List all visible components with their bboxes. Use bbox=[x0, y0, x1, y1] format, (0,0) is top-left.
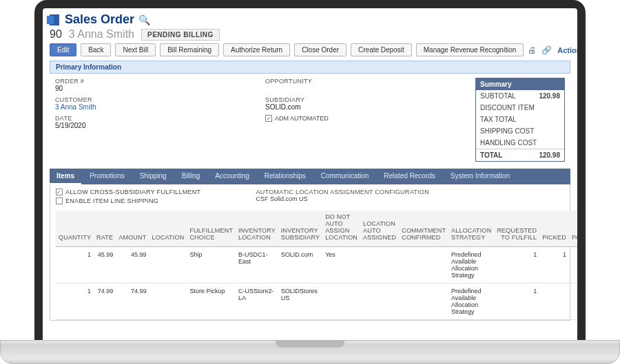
actions-menu[interactable]: Actions ▾ bbox=[557, 45, 577, 54]
col-location: LOCATION bbox=[149, 211, 187, 247]
authorize-return-button[interactable]: Authorize Return bbox=[223, 43, 290, 56]
col-quantity: QUANTITY bbox=[56, 211, 94, 247]
order-label: ORDER # bbox=[55, 78, 251, 85]
summary-title: Summary bbox=[476, 78, 564, 90]
page-title: Sales Order bbox=[65, 12, 134, 27]
col-fulfill-choice: FULFILLMENT CHOICE bbox=[187, 211, 236, 247]
adm-automated-checkbox[interactable]: ✓ bbox=[265, 115, 272, 122]
col-commit: COMMITMENT CONFIRMED bbox=[399, 211, 448, 247]
table-row[interactable]: 174.9974.99Store PickupC-USStore2-LASOLI… bbox=[56, 283, 577, 320]
col-packed: PACKED bbox=[569, 211, 577, 247]
adm-automated-label: ADM AUTOMATED bbox=[275, 115, 329, 122]
edit-button[interactable]: Edit bbox=[50, 43, 76, 56]
handling-label: HANDLING COST bbox=[480, 139, 537, 147]
subsidiary-label: SUBSIDIARY bbox=[265, 96, 462, 103]
shipping-label: SHIPPING COST bbox=[480, 127, 534, 135]
tab-relationships[interactable]: Relationships bbox=[258, 169, 313, 184]
tax-label: TAX TOTAL bbox=[480, 116, 517, 123]
tabbar: Items Promotions Shipping Billing Accoun… bbox=[50, 169, 570, 184]
allow-cross-checkbox[interactable]: ✓ bbox=[56, 189, 63, 195]
col-req-fulfill: REQUESTED TO FULFILL bbox=[494, 211, 539, 247]
close-order-button[interactable]: Close Order bbox=[294, 43, 347, 56]
total-value: 120.98 bbox=[539, 151, 560, 159]
col-noauto: DO NOT AUTO ASSIGN LOCATION bbox=[322, 211, 360, 247]
total-label: TOTAL bbox=[480, 151, 502, 159]
tab-system[interactable]: System Information bbox=[444, 169, 517, 184]
col-picked: PICKED bbox=[539, 211, 569, 247]
tab-billing[interactable]: Billing bbox=[175, 169, 207, 184]
opportunity-label: OPPORTUNITY bbox=[265, 78, 462, 85]
print-icon[interactable]: 🖨 bbox=[528, 45, 536, 55]
alac-label: AUTOMATIC LOCATION ASSIGNMENT CONFIGURAT… bbox=[256, 189, 429, 195]
primary-info-header: Primary Information bbox=[50, 61, 570, 74]
document-icon bbox=[50, 14, 59, 25]
tab-accounting[interactable]: Accounting bbox=[208, 169, 256, 184]
date-value: 5/19/2020 bbox=[55, 122, 251, 129]
subsidiary-value: SOLID.com bbox=[265, 103, 462, 111]
tab-shipping[interactable]: Shipping bbox=[133, 169, 174, 184]
order-number: 90 bbox=[50, 28, 62, 41]
summary-box: Summary SUBTOTAL 120.98 DISCOUNT ITEM TA… bbox=[475, 78, 565, 162]
col-amount: AMOUNT bbox=[116, 211, 149, 247]
col-rate: RATE bbox=[94, 211, 116, 247]
date-label: DATE bbox=[55, 115, 251, 122]
col-inv-location: INVENTORY LOCATION bbox=[236, 211, 278, 247]
enable-line-ship-label: ENABLE ITEM LINE SHIPPING bbox=[65, 197, 158, 204]
customer-name: 3 Anna Smith bbox=[69, 28, 134, 41]
toolbar: Edit Back Next Bill Bill Remaining Autho… bbox=[50, 43, 570, 56]
next-bill-button[interactable]: Next Bill bbox=[115, 43, 156, 56]
tab-promotions[interactable]: Promotions bbox=[83, 169, 132, 184]
actions-label: Actions bbox=[557, 46, 577, 54]
items-table: QUANTITY RATE AMOUNT LOCATION FULFILLMEN… bbox=[56, 211, 577, 320]
customer-label: CUSTOMER bbox=[55, 96, 251, 103]
table-row[interactable]: 145.9945.99ShipB-USDC1-EastSOLID.comYesP… bbox=[56, 247, 577, 283]
tab-related[interactable]: Related Records bbox=[377, 169, 442, 184]
enable-line-ship-checkbox[interactable] bbox=[56, 197, 63, 204]
create-deposit-button[interactable]: Create Deposit bbox=[351, 43, 412, 56]
laptop-stand bbox=[0, 340, 620, 364]
col-inv-subsidiary: INVENTORY SUBSIDIARY bbox=[278, 211, 322, 247]
col-loc-auto: LOCATION AUTO ASSIGNED bbox=[360, 211, 399, 247]
discount-label: DISCOUNT ITEM bbox=[480, 104, 535, 111]
order-value: 90 bbox=[55, 85, 251, 92]
alac-value: CSF Solid.com US bbox=[256, 195, 429, 202]
col-alloc: ALLOCATION STRATEGY bbox=[448, 211, 494, 247]
customer-link[interactable]: 3 Anna Smith bbox=[55, 103, 96, 111]
manage-revenue-button[interactable]: Manage Revenue Recognition bbox=[416, 43, 524, 56]
back-button[interactable]: Back bbox=[81, 43, 111, 56]
allow-cross-label: ALLOW CROSS-SUBSIDIARY FULFILLMENT bbox=[65, 189, 200, 195]
subtotal-value: 120.98 bbox=[539, 92, 560, 100]
tab-items[interactable]: Items bbox=[50, 169, 81, 184]
search-icon[interactable]: 🔍 bbox=[138, 14, 150, 25]
tab-communication[interactable]: Communication bbox=[314, 169, 375, 184]
subtotal-label: SUBTOTAL bbox=[480, 92, 516, 100]
bill-remaining-button[interactable]: Bill Remaining bbox=[160, 43, 219, 56]
status-badge: PENDING BILLING bbox=[141, 29, 220, 41]
link-icon[interactable]: 🔗 bbox=[541, 45, 552, 55]
